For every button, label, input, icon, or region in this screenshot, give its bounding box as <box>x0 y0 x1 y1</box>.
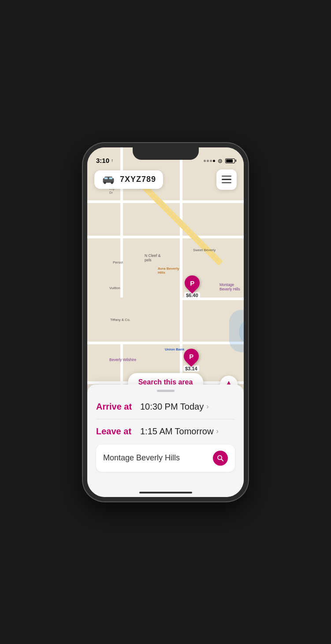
signal-dot <box>213 160 215 162</box>
menu-button[interactable] <box>216 169 237 190</box>
menu-line <box>222 176 231 177</box>
search-icon <box>216 454 224 462</box>
signal-dot <box>210 160 212 162</box>
road-h8 <box>87 200 244 203</box>
leave-time: 1:15 AM Tomorrow <box>140 426 213 437</box>
leave-label: Leave at <box>96 426 140 437</box>
bottom-sheet: Arrive at 10:30 PM Today › Leave at 1:15… <box>87 384 244 497</box>
signal-icon <box>204 160 215 162</box>
search-button[interactable] <box>213 451 228 466</box>
battery-fill <box>226 159 233 162</box>
poi-cl-cleef: N Cleef &pels <box>145 253 160 262</box>
menu-line <box>222 179 231 180</box>
block1 <box>87 298 180 342</box>
arrive-row[interactable]: Arrive at 10:30 PM Today › <box>96 400 235 417</box>
hamburger-icon <box>222 176 231 184</box>
arrive-time: 10:30 PM Today <box>140 402 204 412</box>
svg-line-8 <box>221 459 223 461</box>
phone-frame: 3:10 ↑ ⊜ <box>83 143 248 501</box>
poi-persol: Persol <box>113 260 123 264</box>
status-bar: 3:10 ↑ ⊜ <box>87 147 244 167</box>
time-divider <box>96 419 235 419</box>
poi-vuitton: Vuitton <box>109 286 120 290</box>
menu-line <box>222 182 231 184</box>
poi-avra: Avra BeverlyHills <box>158 267 179 275</box>
svg-rect-4 <box>104 177 108 179</box>
wifi-icon: ⊜ <box>218 158 223 164</box>
sheet-handle[interactable] <box>157 390 175 392</box>
status-icons: ⊜ <box>204 158 235 164</box>
destination-box[interactable]: Montage Beverly Hills <box>96 444 235 472</box>
car-plate-box[interactable]: 7XYZ789 <box>94 170 163 189</box>
battery-icon <box>225 158 235 163</box>
road-h2 <box>87 342 244 344</box>
home-indicator[interactable] <box>139 492 192 493</box>
svg-point-3 <box>111 181 113 184</box>
poi-sweet-beverly: Sweet Beverly <box>193 248 216 252</box>
poi-montage-map: MontageBeverly Hills <box>219 282 240 291</box>
time-display: 3:10 <box>96 157 109 164</box>
parking-pin-314a[interactable]: P $3.14 <box>183 349 199 372</box>
destination-text: Montage Beverly Hills <box>103 453 180 463</box>
status-time: 3:10 ↑ <box>96 157 113 164</box>
car-icon <box>101 175 115 185</box>
parking-pin-640[interactable]: P $6.40 <box>184 275 200 298</box>
leave-row[interactable]: Leave at 1:15 AM Tomorrow › <box>96 425 235 442</box>
signal-dot <box>207 160 209 162</box>
poi-beverly-wilshire: Beverly Wilshire <box>109 358 136 362</box>
license-plate: 7XYZ789 <box>120 175 156 184</box>
location-arrow-icon: ↑ <box>111 158 113 163</box>
svg-point-2 <box>104 181 106 184</box>
arrive-chevron-icon: › <box>206 403 208 411</box>
arrive-label: Arrive at <box>96 402 140 412</box>
map-area[interactable]: Mastro'sSteakhouse SUGARFISH bysushi noz… <box>87 147 244 401</box>
location-pulse <box>239 319 244 345</box>
poi-union-bank: Union Bank <box>165 347 184 351</box>
map-header: 7XYZ789 <box>94 169 237 190</box>
poi-tiffany: Tiffany & Co. <box>110 318 130 322</box>
leave-chevron-icon: › <box>216 427 218 435</box>
signal-dot <box>204 160 206 162</box>
svg-rect-5 <box>109 177 112 179</box>
road-h7 <box>87 236 244 238</box>
